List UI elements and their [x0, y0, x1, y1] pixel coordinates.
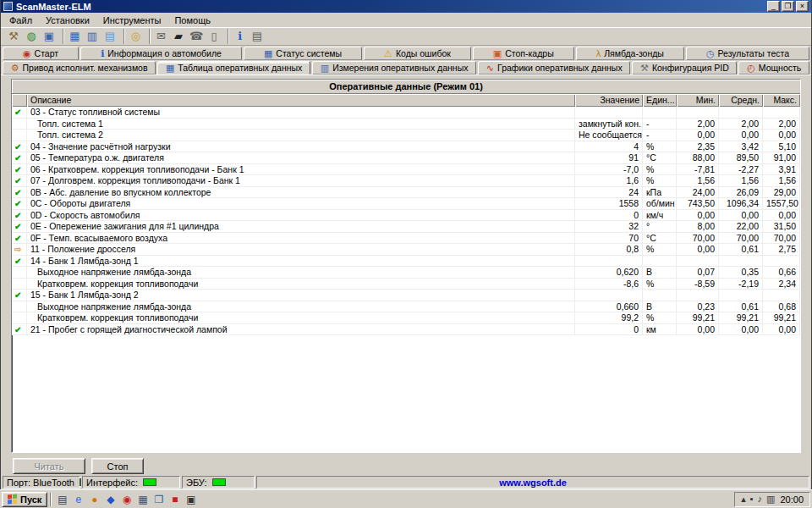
table-row[interactable]: 04 - Значение расчётной нагрузки 4 % 2,3…	[12, 141, 800, 153]
menu-item[interactable]: Помощь	[167, 14, 217, 26]
cell-value: 0,660	[575, 301, 643, 312]
table-row[interactable]: 05 - Температура о.ж. двигателя 91 °C 88…	[12, 152, 800, 164]
row-marker-icon	[14, 152, 21, 163]
close-button[interactable]: ×	[796, 1, 809, 12]
wrench-icon[interactable]: ⚒	[5, 29, 22, 44]
table-row[interactable]: 0C - Обороты двигателя 1558 об/мин 743,5…	[12, 198, 800, 210]
status-tray-icon[interactable]: ▪	[750, 494, 754, 504]
table-row[interactable]: Кратковрем. коррекция топливоподачи -8,6…	[12, 279, 800, 290]
power-icon: ◴	[747, 64, 755, 73]
column-header-description[interactable]: Описание	[27, 94, 575, 107]
cell-max: 0,00	[763, 130, 800, 141]
network-icon[interactable]: ▥	[766, 494, 775, 504]
table-title: Оперативные данные (Режим 01)	[12, 80, 800, 94]
table-row[interactable]: 14 - Банк 1 Лямбда-зонд 1	[12, 256, 800, 268]
table-row[interactable]: 0E - Опережение зажигания для #1 цилиндр…	[12, 221, 800, 233]
website-link[interactable]: www.wgsoft.de	[499, 478, 567, 488]
tab[interactable]: ◉ Старт	[3, 47, 79, 60]
cell-description: 05 - Температура о.ж. двигателя	[27, 152, 575, 163]
cell-min: 24,00	[677, 187, 719, 198]
cell-avg: 0,61	[719, 301, 763, 312]
hide-icons-icon[interactable]: ▴	[741, 494, 746, 504]
scanmaster-icon[interactable]: ●	[86, 492, 102, 507]
table-row[interactable]: Топл. система 2 Не сообщается - 0,00 0,0…	[12, 130, 800, 141]
tab[interactable]: ∿ Графики оперативных данных	[478, 61, 630, 75]
table-row[interactable]: 21 - Пробег с горящей диагностической ла…	[12, 324, 800, 336]
info-icon[interactable]: ℹ	[228, 29, 248, 44]
grid-app-icon[interactable]: ▦	[134, 492, 151, 507]
cell-avg: 70,00	[719, 233, 763, 244]
tab[interactable]: ⚒ Конфигурация PID	[632, 61, 737, 75]
minimize-button[interactable]: _	[767, 1, 780, 12]
column-header-max[interactable]: Макс.	[763, 94, 800, 107]
cell-max: 2,00	[763, 119, 800, 130]
tab[interactable]: ▦ Таблица оперативных данных	[157, 61, 310, 75]
tab[interactable]: ⚙ Привод исполнит. механизмов	[3, 61, 156, 75]
tab[interactable]: ◴ Мощность	[738, 61, 809, 75]
table-row[interactable]: Выходное напряжение лямбда-зонда 0,620 В…	[12, 267, 800, 279]
table-row[interactable]: 0B - Абс. давление во впускном коллектор…	[12, 187, 800, 199]
column-header-unit[interactable]: Един...	[643, 94, 677, 107]
table-row[interactable]: 07 - Долговрем. коррекция топливоподачи …	[12, 175, 800, 187]
table-row[interactable]: 0F - Темп. всасываемого воздуха 70 °C 70…	[12, 233, 800, 245]
table-row[interactable]: 0D - Скорость автомобиля 0 км/ч 0,00 0,0…	[12, 210, 800, 222]
stop-app-icon[interactable]: ◉	[118, 492, 134, 507]
ie-icon[interactable]: e	[70, 492, 86, 507]
coins-icon[interactable]: ◎	[123, 29, 144, 44]
cell-unit	[643, 107, 677, 118]
tab-label: Коды ошибок	[396, 48, 451, 58]
bluetooth-icon[interactable]: ◆	[102, 492, 118, 507]
restore-button[interactable]: ❐	[782, 1, 794, 12]
table-row[interactable]: 06 - Кратковрем. коррекция топливоподачи…	[12, 164, 800, 176]
tab[interactable]: ◷ Результаты теста	[686, 47, 809, 60]
keyboard-icon[interactable]: ▤	[54, 492, 70, 507]
phone-icon[interactable]: ☎	[188, 29, 205, 44]
tab[interactable]: ⚠ Коды ошибок	[364, 47, 471, 60]
cell-min: 0,07	[677, 267, 719, 278]
tab[interactable]: ▥ Измерения оперативных данных	[312, 61, 476, 75]
window-app-icon[interactable]: ❐	[151, 492, 167, 507]
cell-description: 11 - Положение дросселя	[27, 244, 575, 255]
camera-app-icon[interactable]: ▣	[183, 492, 199, 507]
stop-button[interactable]: Стоп	[91, 458, 144, 474]
data-graphs-icon[interactable]: ▤	[102, 29, 118, 44]
tab[interactable]: ▦ Статус системы	[244, 47, 362, 60]
menu-item[interactable]: Инструменты	[96, 14, 168, 26]
column-header-min[interactable]: Мин.	[677, 94, 719, 107]
battery-icon[interactable]: ▯	[206, 29, 222, 44]
chip-icon[interactable]: ▤	[249, 29, 266, 44]
connection-icon[interactable]: ▣	[41, 29, 58, 44]
column-header-avg[interactable]: Средн.	[719, 94, 763, 107]
tab[interactable]: ℹ Информация о автомобиле	[80, 47, 242, 60]
table-row[interactable]: Выходное напряжение лямбда-зонда 0,660 В…	[12, 301, 800, 313]
action-buttons: Читать Стоп	[13, 458, 811, 474]
read-button[interactable]: Читать	[13, 458, 85, 474]
cell-value: 24	[575, 187, 643, 198]
table-row[interactable]: Кратковрем. коррекция топливоподачи 99,2…	[12, 312, 800, 324]
column-header-value[interactable]: Значение	[575, 94, 643, 107]
tab[interactable]: ▣ Стоп-кадры	[473, 47, 574, 60]
client-area: Оперативные данные (Режим 01) Описание З…	[1, 75, 811, 474]
table-row[interactable]: 03 - Статус топливной системы	[12, 107, 800, 119]
chat-icon[interactable]: ✉	[149, 29, 169, 44]
cell-avg: 22,00	[719, 221, 763, 232]
tab[interactable]: λ Лямбда-зонды	[576, 47, 684, 60]
red-app-icon[interactable]: ■	[167, 492, 183, 507]
start-button[interactable]: Пуск	[2, 492, 47, 507]
row-marker-icon	[14, 244, 21, 255]
video-icon[interactable]: ▰	[170, 29, 187, 44]
globe-icon[interactable]: ◍	[23, 29, 40, 44]
volume-icon[interactable]: ♪	[758, 494, 763, 504]
menu-item[interactable]: Установки	[39, 14, 96, 26]
cell-min: 99,21	[677, 312, 719, 323]
table-row[interactable]: Топл. система 1 замкнутый кон... - 2,00 …	[12, 119, 800, 130]
cell-unit: В	[643, 301, 677, 312]
cell-value	[575, 107, 643, 118]
data-meters-icon[interactable]: ▥	[84, 29, 101, 44]
data-table-icon[interactable]: ▦	[63, 29, 83, 44]
table-row[interactable]: 11 - Положение дросселя 0,8 % 0,00 0,61 …	[12, 244, 800, 256]
table-row[interactable]: 15 - Банк 1 Лямбда-зонд 2	[12, 290, 800, 301]
menu-item[interactable]: Файл	[3, 14, 39, 26]
ecu-status-panel: ЭБУ:	[182, 476, 255, 489]
website-panel: www.wgsoft.de	[256, 476, 809, 489]
